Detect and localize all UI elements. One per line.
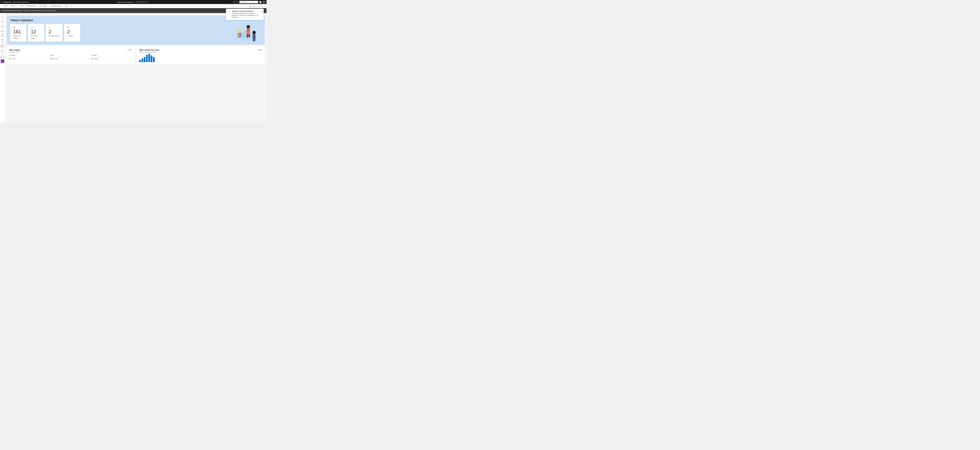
data-updated[interactable]: Data updated 4/4/23 ∨ (136, 2, 150, 3)
sidebar-label-create: Create (1, 22, 4, 23)
insights-button[interactable]: 💡 Get insights (37, 5, 48, 7)
sidebar-item-home[interactable]: ⌂ Home (0, 14, 5, 18)
subscribe-label: Subscribe to report (51, 5, 62, 7)
svg-rect-16 (253, 39, 254, 41)
bookmark-button[interactable]: 🔖 (249, 5, 252, 7)
edit-icon: ✏ (64, 5, 65, 7)
svg-point-12 (247, 25, 250, 28)
task-status-panel: Task status Timeframe : Today ≡ Filter C… (7, 46, 135, 64)
apps-icon: ⊞ (2, 38, 3, 40)
sidebar-label-apps: Apps (2, 41, 3, 41)
ellipsis-button[interactable]: ••• (69, 5, 72, 7)
task-count-title-area: Task count over time Based on scheduled … (139, 49, 159, 53)
sidebar-item-learn[interactable]: 📖 Learn (0, 49, 5, 53)
notification-check-icon: ✓ (228, 10, 231, 13)
col-canceled: Canceled (91, 55, 132, 56)
canceled-badge: ▲ (Blank) (93, 59, 99, 60)
task-count-header: Task count over time Based on scheduled … (139, 49, 262, 53)
divider: | (135, 1, 135, 3)
filter-label: Filter (129, 49, 132, 51)
subscribe-button[interactable]: 📧 Subscribe to report (48, 5, 63, 7)
grid-icon[interactable]: ⊞ (1, 1, 3, 3)
completed-icon: ✓ (49, 26, 59, 29)
workspace-label: Solutions [RetailSOATest] (12, 1, 29, 3)
sidebar-item-create[interactable]: ＋ Create (0, 18, 5, 24)
chart-bar-6 (151, 56, 153, 62)
chart-bar-2 (142, 59, 143, 62)
sidebar-label-deployment: Deployment pipelines (0, 45, 5, 47)
ppu-trial: PPU Trial: 38 days left (232, 0, 238, 3)
task-status-title: Task status (9, 49, 20, 51)
chevron-down-icon[interactable]: ∨ (148, 2, 150, 3)
search-box[interactable]: 🔍 Search (239, 1, 258, 3)
col-completed: Completed (9, 55, 50, 56)
sidebar-item-deployment[interactable]: ⚙ Deployment pipelines (0, 42, 5, 48)
search-icon: 🔍 (240, 2, 242, 3)
sidebar-label-learn: Learn (2, 51, 4, 52)
workspaces-icon: ⬜ (2, 54, 3, 56)
powerbi-logo: Power BI (4, 1, 11, 3)
file-chevron: ∨ (7, 5, 8, 7)
canceled-value-area: 0 ▲ (Blank) (91, 57, 132, 60)
notification-close-button[interactable]: ✕ (260, 10, 262, 12)
file-label: File (4, 5, 6, 7)
sidebar-label-workspaces: Workspaces (0, 56, 5, 57)
completed-value: 2 (9, 57, 10, 60)
sidebar-item-metrics[interactable]: ⚑ Metrics (0, 33, 5, 38)
export-button[interactable]: ↗ Export ∨ (9, 5, 18, 7)
notification-title: .pbix file is ready for download (232, 10, 259, 12)
sidebar-item-workspaces[interactable]: ⬜ Workspaces (0, 53, 5, 58)
task-count-panel: Task count over time Based on scheduled … (137, 46, 265, 64)
task-status-filter-button[interactable]: ≡ Filter (127, 49, 133, 51)
highlight-card-open-tasks: ◎ 161 Open tasks 37 high (10, 24, 26, 41)
deployment-icon: ⚙ (2, 43, 3, 45)
svg-rect-17 (254, 39, 255, 41)
notification-body: The report Retail summary store ops was … (232, 13, 259, 18)
insights-label: Get insights (40, 5, 47, 7)
svg-rect-11 (248, 34, 250, 37)
top-bar-right: PPU Trial: 38 days left 🔍 Search ••• 👤 (232, 0, 265, 3)
refresh-button[interactable]: ↻ (256, 5, 258, 7)
sidebar-label-datahub: Data hub (0, 31, 4, 32)
comment-button[interactable]: 💬 (259, 5, 262, 7)
create-icon: ＋ (2, 19, 3, 21)
highlight-card-completed: ✓ 2 Completed today (46, 24, 62, 41)
chart-bar-4 (146, 55, 148, 62)
avatar[interactable]: 👤 (262, 0, 265, 3)
svg-point-5 (238, 30, 241, 32)
chat-teams-button[interactable]: 💬 Chat in Teams (25, 5, 37, 7)
task-status-subtitle: Timeframe : Today (9, 51, 20, 53)
task-status-header: Task status Timeframe : Today ≡ Filter (9, 49, 132, 53)
more-button[interactable]: ••• (259, 1, 261, 3)
svg-rect-6 (237, 34, 240, 36)
file-button[interactable]: 📄 File ∨ (2, 5, 8, 7)
svg-rect-9 (247, 29, 250, 32)
home-icon: ⌂ (2, 14, 3, 16)
in-review-icon: ⏱ (67, 26, 77, 29)
task-count-filter-button[interactable]: ≡ Filter (256, 49, 262, 51)
in-review-label: In review (67, 35, 77, 37)
notification-content: .pbix file is ready for download The rep… (232, 10, 259, 18)
metrics-icon: ⚑ (2, 33, 3, 35)
svg-rect-14 (253, 34, 256, 39)
edit-button[interactable]: ✏ Edit (63, 5, 69, 7)
file-icon: 📄 (2, 5, 4, 7)
sidebar-item-apps[interactable]: ⊞ Apps (0, 38, 5, 42)
main-content: Last updated 4/4/2023 12:30:05 PM UTC To… (5, 13, 267, 122)
layout-button[interactable]: ⬜ (253, 5, 256, 7)
banner-text: Take a tour, and we'll show you how to g… (23, 10, 56, 11)
toolbar: 📄 File ∨ ↗ Export ∨ ↗ Share 💬 Chat in Te… (0, 4, 267, 8)
filter-icon-2: ≡ (257, 49, 258, 51)
completed-value-area: 2 ▼ -50.0% (9, 57, 50, 60)
sidebar-item-browse[interactable]: ≡ Browse (0, 24, 5, 28)
sidebar-solutions-item[interactable]: S (1, 59, 4, 63)
illustration (231, 19, 261, 42)
browse-icon: ≡ (2, 24, 3, 26)
chart-bar-3 (144, 57, 146, 62)
open-tasks-number: 161 (13, 30, 24, 34)
open-value: 12 (50, 57, 52, 60)
report-name: Retail summary store ops (117, 1, 134, 3)
sidebar-item-datahub[interactable]: ⬡ Data hub (0, 28, 5, 33)
star-button[interactable]: ☆ (262, 5, 265, 7)
share-button[interactable]: ↗ Share (18, 5, 24, 7)
